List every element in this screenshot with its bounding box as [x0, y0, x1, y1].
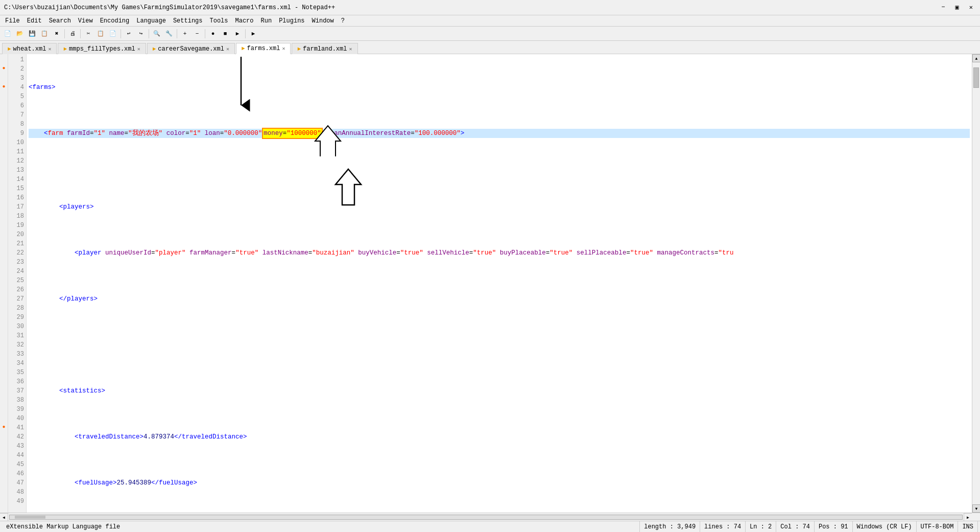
status-encoding: UTF-8-BOM — [917, 521, 959, 532]
code-line-7: <statistics> — [29, 386, 970, 396]
gutter-33 — [0, 349, 8, 358]
menu-language[interactable]: Language — [133, 16, 169, 26]
tab-wheat[interactable]: ► wheat.xml ✕ — [2, 43, 57, 54]
tab-farms[interactable]: ► farms.xml ✕ — [236, 43, 291, 54]
gutter-23 — [0, 257, 8, 266]
tab-mmps[interactable]: ► mmps_fillTypes.xml ✕ — [58, 43, 146, 54]
gutter-20 — [0, 229, 8, 238]
menu-edit[interactable]: Edit — [24, 16, 45, 26]
toolbar: 📄 📂 💾 📋 ✖ 🖨 ✂ 📋 📄 ↩ ↪ 🔍 🔧 + − ● ■ ▶ ▶ — [0, 27, 980, 41]
gutter-44 — [0, 450, 8, 459]
scrollbar-vertical[interactable]: ▲ ▼ — [972, 54, 980, 513]
toolbar-sep-7 — [245, 29, 246, 38]
scroll-right-button[interactable]: ▶ — [964, 513, 972, 521]
gutter-16 — [0, 192, 8, 201]
menu-help[interactable]: ? — [338, 16, 348, 26]
gutter-49 — [0, 496, 8, 505]
scroll-h-track[interactable] — [9, 515, 963, 520]
scroll-left-button[interactable]: ◀ — [0, 513, 8, 521]
gutter-36 — [0, 376, 8, 385]
tb-zoom-out[interactable]: − — [192, 28, 203, 39]
menu-tools[interactable]: Tools — [206, 16, 231, 26]
farmland-tab-icon: ► — [297, 46, 301, 52]
tb-macro-stop[interactable]: ■ — [220, 28, 231, 39]
scrollbar-h-row: ◀ ▶ — [0, 513, 980, 521]
tb-macro-play[interactable]: ▶ — [232, 28, 243, 39]
restore-button[interactable]: ▣ — [952, 4, 962, 11]
svg-marker-4 — [336, 169, 361, 205]
close-button[interactable]: ✕ — [966, 4, 976, 11]
tb-replace[interactable]: 🔧 — [163, 28, 175, 39]
tb-save[interactable]: 💾 — [27, 28, 38, 39]
tb-cut[interactable]: ✂ — [83, 28, 94, 39]
tab-career[interactable]: ► careerSavegame.xml ✕ — [147, 43, 235, 54]
menu-encoding[interactable]: Encoding — [97, 16, 133, 26]
line-numbers: 1 2 3 4 5 6 7 8 9 10 11 12 13 14 15 16 1… — [8, 54, 27, 513]
gutter-2: ● — [0, 63, 8, 73]
code-line-9: <fuelUsage>25.945389</fuelUsage> — [29, 478, 970, 488]
gutter-29 — [0, 312, 8, 321]
code-area[interactable]: <farms> <farm farmId="1" name="我的农场" col… — [27, 54, 972, 513]
gutter-6 — [0, 100, 8, 109]
status-bar: eXtensible Markup Language file length :… — [0, 521, 980, 532]
gutter-19 — [0, 220, 8, 229]
gutter-37 — [0, 385, 8, 395]
tb-paste[interactable]: 📄 — [107, 28, 118, 39]
tab-farms-close[interactable]: ✕ — [282, 45, 285, 52]
gutter-42 — [0, 431, 8, 441]
tab-mmps-close[interactable]: ✕ — [137, 46, 140, 52]
tb-print[interactable]: 🖨 — [67, 28, 78, 39]
tb-redo[interactable]: ↪ — [135, 28, 147, 39]
menu-macro[interactable]: Macro — [232, 16, 257, 26]
tb-open[interactable]: 📂 — [14, 28, 26, 39]
scroll-h-thumb[interactable] — [15, 516, 45, 519]
scrollbar-horizontal[interactable] — [8, 513, 964, 521]
gutter-39 — [0, 404, 8, 413]
gutter-9 — [0, 128, 8, 137]
tb-zoom-in[interactable]: + — [179, 28, 190, 39]
tab-career-close[interactable]: ✕ — [226, 46, 229, 52]
gutter-10 — [0, 137, 8, 146]
tb-new[interactable]: 📄 — [2, 28, 13, 39]
menu-run[interactable]: Run — [258, 16, 275, 26]
gutter-21 — [0, 238, 8, 247]
minimize-button[interactable]: − — [938, 4, 948, 11]
gutter-34 — [0, 358, 8, 367]
menu-window[interactable]: Window — [309, 16, 337, 26]
gutter-40 — [0, 413, 8, 422]
toolbar-sep-2 — [80, 29, 81, 38]
tab-farmland[interactable]: ► farmland.xml ✕ — [292, 43, 357, 54]
tab-farms-label: farms.xml — [247, 45, 280, 52]
tabs: ► wheat.xml ✕ ► mmps_fillTypes.xml ✕ ► c… — [0, 41, 980, 54]
tb-find[interactable]: 🔍 — [151, 28, 162, 39]
tb-undo[interactable]: ↩ — [123, 28, 134, 39]
toolbar-sep-3 — [121, 29, 121, 38]
tab-farmland-label: farmland.xml — [303, 45, 347, 53]
code-line-8: <traveledDistance>4.879374</traveledDist… — [29, 432, 970, 442]
tab-mmps-label: mmps_fillTypes.xml — [69, 45, 135, 53]
fold-gutter: ● ● — [0, 54, 8, 513]
menu-view[interactable]: View — [75, 16, 96, 26]
toolbar-sep-4 — [149, 29, 149, 38]
editor-content[interactable]: ● ● — [0, 54, 980, 513]
code-line-1: <farms> — [29, 83, 970, 92]
tab-wheat-close[interactable]: ✕ — [48, 46, 51, 52]
tb-close[interactable]: ✖ — [51, 28, 62, 39]
scroll-thumb[interactable] — [973, 67, 979, 88]
scroll-down-button[interactable]: ▼ — [972, 504, 980, 513]
menu-plugins[interactable]: Plugins — [276, 16, 307, 26]
tb-macro-rec[interactable]: ● — [207, 28, 219, 39]
menu-search[interactable]: Search — [46, 16, 74, 26]
scroll-track[interactable] — [972, 62, 980, 504]
mmps-tab-icon: ► — [63, 46, 67, 52]
menu-file[interactable]: File — [2, 16, 23, 26]
tab-farmland-close[interactable]: ✕ — [349, 46, 352, 52]
menu-settings[interactable]: Settings — [170, 16, 206, 26]
gutter-38 — [0, 395, 8, 404]
code-line-5: </players> — [29, 294, 970, 304]
career-tab-icon: ► — [153, 46, 156, 52]
scroll-up-button[interactable]: ▲ — [972, 54, 980, 62]
tb-save-all[interactable]: 📋 — [39, 28, 50, 39]
tb-copy[interactable]: 📋 — [95, 28, 106, 39]
tb-run[interactable]: ▶ — [248, 28, 259, 39]
